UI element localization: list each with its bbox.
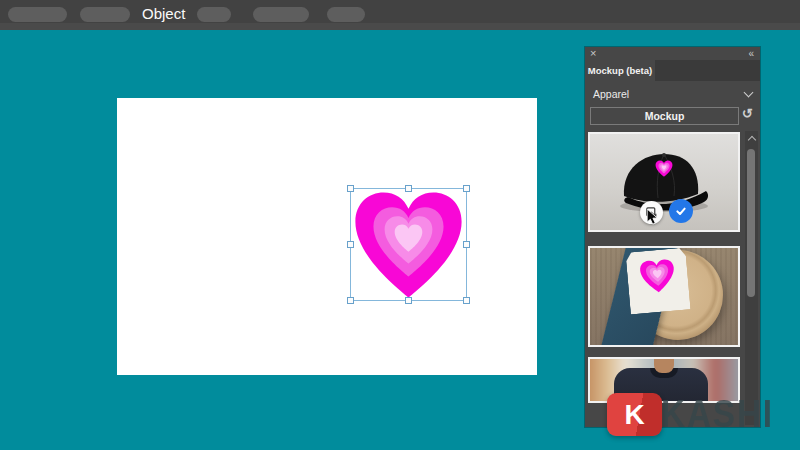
mockup-thumbnail-tag[interactable] <box>588 246 740 347</box>
gift-tag-image <box>625 248 690 315</box>
menu-item-redacted[interactable] <box>197 7 231 22</box>
tab-mockup-beta[interactable]: Mockup (beta) <box>585 60 655 81</box>
category-dropdown[interactable]: Apparel <box>593 88 629 100</box>
selection-handle[interactable] <box>463 297 470 304</box>
scrollbar[interactable] <box>745 131 758 425</box>
selection-handle[interactable] <box>405 185 412 192</box>
heart-on-tag <box>638 258 677 295</box>
reset-icon[interactable]: ↺ <box>742 106 753 121</box>
selection-handle[interactable] <box>405 297 412 304</box>
mockup-panel: × « Mockup (beta) Apparel Mockup ↺ <box>585 47 760 427</box>
selection-handle[interactable] <box>347 297 354 304</box>
kashi-brand-text: KASHI <box>661 395 774 433</box>
chevron-up-icon[interactable] <box>747 136 755 144</box>
selection-bounding-box[interactable] <box>350 188 467 301</box>
black-cap-image <box>612 144 716 218</box>
mockup-button[interactable]: Mockup <box>590 107 739 125</box>
close-icon[interactable]: × <box>590 47 596 60</box>
scrollbar-thumb[interactable] <box>747 149 755 297</box>
selection-handle[interactable] <box>463 241 470 248</box>
chevron-down-icon[interactable] <box>744 88 754 98</box>
mouse-cursor-icon <box>647 209 658 225</box>
menu-item-redacted[interactable] <box>80 7 130 22</box>
selected-check-badge[interactable] <box>669 199 693 223</box>
heart-shape[interactable] <box>352 189 465 300</box>
selection-handle[interactable] <box>463 185 470 192</box>
artboard[interactable] <box>117 98 537 375</box>
person-neck <box>654 357 674 373</box>
menu-item-redacted[interactable] <box>8 7 67 22</box>
mockup-thumbnail-cap[interactable] <box>588 132 740 232</box>
menu-item-redacted[interactable] <box>253 7 309 22</box>
check-icon <box>673 203 689 219</box>
panel-tab-strip: Mockup (beta) <box>585 60 760 81</box>
collapse-panel-icon[interactable]: « <box>748 47 754 60</box>
app-window: Object × « Mockup (beta) Apparel Mockup … <box>0 0 800 450</box>
menu-item-object[interactable]: Object <box>142 5 185 22</box>
menu-item-redacted[interactable] <box>327 7 365 22</box>
kashi-badge-letter: K <box>624 399 644 431</box>
kashi-logo-badge: K <box>607 393 662 436</box>
selection-handle[interactable] <box>347 185 354 192</box>
menubar: Object <box>0 0 800 30</box>
selection-handle[interactable] <box>347 241 354 248</box>
